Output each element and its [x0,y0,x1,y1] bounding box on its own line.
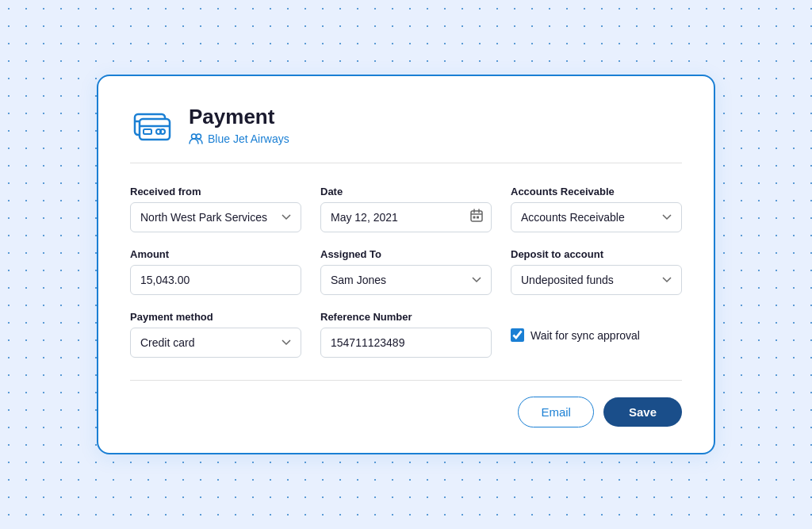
reference-input[interactable] [320,328,492,358]
header-text: Payment Blue Jet Airways [189,105,289,145]
date-label: Date [320,186,492,197]
svg-point-7 [192,134,197,139]
assigned-to-group: Assigned To Sam Jones [320,248,492,295]
deposit-group: Deposit to account Undeposited funds [511,248,682,295]
date-group: Date [320,186,492,232]
form-row-1: Received from North West Park Services D… [130,186,682,232]
save-button[interactable]: Save [603,397,682,427]
received-from-group: Received from North West Park Services [130,186,301,232]
payment-icon [130,106,174,144]
users-icon [189,133,203,144]
assigned-to-label: Assigned To [320,248,492,260]
company-name: Blue Jet Airways [189,132,289,145]
form-row-2: Amount Assigned To Sam Jones Deposit to … [130,248,682,295]
page-title: Payment [189,105,289,129]
svg-point-8 [197,134,201,139]
payment-method-group: Payment method Credit card [130,311,301,358]
amount-group: Amount [130,248,301,295]
accounts-receivable-select[interactable]: Accounts Receivable [511,202,682,232]
sync-group: Wait for sync approval [511,311,682,358]
accounts-receivable-group: Accounts Receivable Accounts Receivable [511,186,682,232]
deposit-label: Deposit to account [511,248,682,260]
sync-checkbox[interactable] [511,328,524,342]
received-from-label: Received from [130,186,301,197]
deposit-select[interactable]: Undeposited funds [511,265,682,295]
header-divider [130,163,682,163]
assigned-to-select[interactable]: Sam Jones [320,265,492,295]
accounts-receivable-label: Accounts Receivable [511,186,682,197]
amount-input[interactable] [130,265,301,295]
payment-card: Payment Blue Jet Airways Received from N… [97,75,715,454]
date-input[interactable] [320,202,492,232]
reference-label: Reference Number [320,311,492,323]
action-buttons: Email Save [130,397,682,427]
form-row-3: Payment method Credit card Reference Num… [130,311,682,358]
reference-group: Reference Number [320,311,492,358]
card-header: Payment Blue Jet Airways [130,105,682,145]
amount-label: Amount [130,248,301,260]
payment-method-label: Payment method [130,311,301,323]
date-wrapper [320,202,492,232]
received-from-select[interactable]: North West Park Services [130,202,301,232]
sync-checkbox-row: Wait for sync approval [511,311,682,342]
footer-divider [130,380,682,381]
sync-label: Wait for sync approval [530,329,640,342]
email-button[interactable]: Email [518,397,594,427]
payment-method-select[interactable]: Credit card [130,328,301,358]
